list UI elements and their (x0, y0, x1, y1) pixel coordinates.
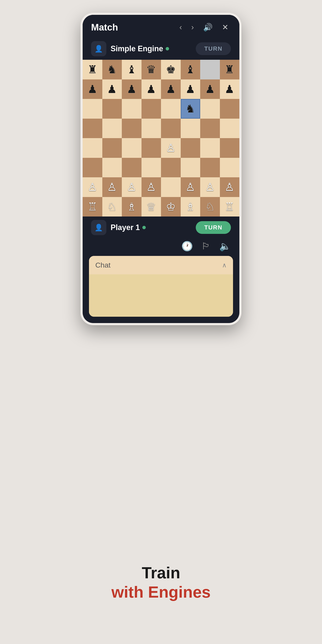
table-row[interactable]: ♘ (200, 197, 220, 217)
chat-header: Chat ∧ (89, 256, 233, 274)
phone-wrapper: Match ‹ › 🔊 ✕ 👤 Simple Engine TURN ♜♞♝♛♚… (80, 13, 242, 325)
table-row[interactable]: ♚ (161, 60, 181, 80)
table-row[interactable] (82, 138, 102, 158)
chat-toggle-button[interactable]: ∧ (222, 262, 227, 269)
table-row[interactable]: ♛ (142, 60, 161, 80)
table-row[interactable]: ♜ (220, 60, 240, 80)
table-row[interactable] (181, 119, 200, 138)
table-row[interactable]: ♟ (82, 80, 102, 99)
table-row[interactable]: ♙ (181, 177, 200, 197)
table-row[interactable] (200, 158, 220, 178)
table-row[interactable]: ♝ (122, 60, 142, 80)
table-row[interactable] (82, 99, 102, 119)
table-row[interactable]: ♖ (82, 197, 102, 217)
table-row[interactable] (220, 138, 240, 158)
table-row[interactable]: ♕ (142, 197, 161, 217)
table-row[interactable] (181, 138, 200, 158)
player-row: 👤 Player 1 TURN (82, 216, 240, 238)
table-row[interactable]: ♟ (181, 80, 200, 99)
match-header: Match ‹ › 🔊 ✕ (82, 15, 240, 38)
table-row[interactable] (161, 158, 181, 178)
table-row[interactable] (220, 158, 240, 178)
table-row[interactable]: ♟ (122, 80, 142, 99)
opponent-status-dot (166, 47, 169, 50)
chat-body[interactable] (89, 274, 233, 317)
table-row[interactable]: ♙ (82, 177, 102, 197)
chat-label: Chat (95, 261, 110, 269)
table-row[interactable]: ♞ (181, 99, 200, 119)
player-status-dot (142, 226, 146, 229)
chess-board[interactable]: ♜♞♝♛♚♝♜♟♟♟♟♟♟♟♟♞♙♙♙♙♙♙♙♙♖♘♗♕♔♗♘♖ (82, 60, 240, 216)
avatar-icon: 👤 (94, 45, 103, 53)
phone-inner: Match ‹ › 🔊 ✕ 👤 Simple Engine TURN ♜♞♝♛♚… (82, 15, 240, 323)
table-row[interactable] (200, 99, 220, 119)
table-row[interactable]: ♜ (82, 60, 102, 80)
clock-icon[interactable]: 🕐 (181, 241, 193, 252)
table-row[interactable] (102, 138, 122, 158)
table-row[interactable] (102, 158, 122, 178)
table-row[interactable] (161, 99, 181, 119)
table-row[interactable] (200, 119, 220, 138)
table-row[interactable] (122, 119, 142, 138)
table-row[interactable]: ♙ (102, 177, 122, 197)
table-row[interactable]: ♗ (181, 197, 200, 217)
table-row[interactable] (142, 138, 161, 158)
table-row[interactable]: ♔ (161, 197, 181, 217)
table-row[interactable] (102, 119, 122, 138)
forward-button[interactable]: › (189, 21, 196, 34)
table-row[interactable]: ♟ (200, 80, 220, 99)
speaker-icon[interactable]: 🔈 (219, 241, 231, 252)
tagline-line1: Train (80, 563, 242, 582)
table-row[interactable]: ♙ (122, 177, 142, 197)
table-row[interactable] (161, 177, 181, 197)
table-row[interactable] (122, 138, 142, 158)
table-row[interactable] (220, 99, 240, 119)
player-avatar: 👤 (91, 220, 106, 235)
table-row[interactable] (82, 119, 102, 138)
tagline-line2: with Engines (80, 582, 242, 602)
table-row[interactable] (200, 138, 220, 158)
table-row[interactable] (142, 99, 161, 119)
player-avatar-icon: 👤 (94, 224, 103, 232)
table-row[interactable]: ♟ (102, 80, 122, 99)
table-row[interactable] (122, 99, 142, 119)
table-row[interactable]: ♙ (142, 177, 161, 197)
opponent-turn-button[interactable]: TURN (196, 42, 231, 55)
page-title: Match (91, 22, 173, 32)
table-row[interactable] (142, 119, 161, 138)
back-button[interactable]: ‹ (177, 21, 184, 34)
table-row[interactable] (220, 119, 240, 138)
table-row[interactable]: ♟ (220, 80, 240, 99)
flag-icon[interactable]: 🏳 (202, 241, 211, 252)
table-row[interactable]: ♙ (200, 177, 220, 197)
opponent-name: Simple Engine (110, 44, 192, 53)
table-row[interactable]: ♟ (161, 80, 181, 99)
table-row[interactable] (122, 158, 142, 178)
sound-button[interactable]: 🔊 (200, 21, 215, 34)
chat-panel: Chat ∧ (89, 256, 233, 317)
player-turn-button[interactable]: TURN (196, 221, 231, 234)
close-button[interactable]: ✕ (220, 21, 231, 34)
bottom-promo-section (0, 508, 322, 551)
table-row[interactable]: ♝ (181, 60, 200, 80)
table-row[interactable]: ♘ (102, 197, 122, 217)
player-name: Player 1 (110, 223, 192, 232)
table-row[interactable] (200, 60, 220, 80)
action-row: 🕐 🏳 🔈 (82, 238, 240, 256)
table-row[interactable] (181, 158, 200, 178)
table-row[interactable]: ♖ (220, 197, 240, 217)
table-row[interactable]: ♙ (161, 138, 181, 158)
opponent-avatar: 👤 (91, 41, 106, 56)
table-row[interactable]: ♗ (122, 197, 142, 217)
table-row[interactable] (102, 99, 122, 119)
table-row[interactable]: ♙ (220, 177, 240, 197)
table-row[interactable] (161, 119, 181, 138)
table-row[interactable]: ♟ (142, 80, 161, 99)
opponent-row: 👤 Simple Engine TURN (82, 38, 240, 60)
table-row[interactable]: ♞ (102, 60, 122, 80)
table-row[interactable] (82, 158, 102, 178)
tagline-section: Train with Engines (80, 563, 242, 602)
table-row[interactable] (142, 158, 161, 178)
